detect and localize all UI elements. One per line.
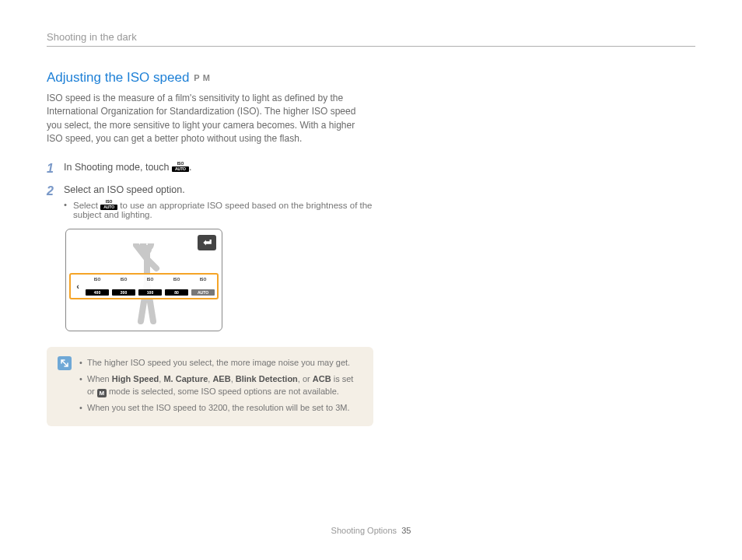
- mode-badge-m: M: [203, 73, 210, 82]
- step-2: 2 Select an ISO speed option. Select ISO…: [47, 184, 373, 219]
- svg-point-0: [142, 245, 152, 254]
- step-number: 1: [47, 162, 58, 176]
- back-arrow-icon: [201, 238, 212, 247]
- iso-auto-icon: ISOAUTO: [100, 200, 117, 210]
- mode-m-icon: M: [97, 389, 107, 397]
- intro-paragraph: ISO speed is the measure of a film's sen…: [47, 92, 373, 146]
- iso-option-strip[interactable]: ‹ ISO400 ISO200 ISO100 ISO80 ISOAUTO: [69, 273, 219, 299]
- iso-option[interactable]: ISO80: [164, 276, 189, 296]
- note-item: When High Speed, M. Capture, AEB, Blink …: [79, 373, 362, 398]
- step-2-sub: Select ISOAUTO to use an appropriate ISO…: [64, 200, 373, 219]
- step-1: 1 In Shooting mode, touch ISOAUTO.: [47, 162, 373, 176]
- step-1-text-before: In Shooting mode, touch: [64, 162, 172, 173]
- iso-option[interactable]: ISO400: [85, 276, 110, 296]
- step-number: 2: [47, 184, 58, 198]
- step-1-text-after: .: [189, 162, 191, 173]
- iso-auto-icon: ISOAUTO: [172, 162, 189, 172]
- scroll-left-button[interactable]: ‹: [72, 276, 83, 296]
- title-text: Adjusting the ISO speed: [47, 70, 189, 86]
- note-item: The higher ISO speed you select, the mor…: [79, 356, 362, 369]
- iso-option[interactable]: ISO100: [138, 276, 163, 296]
- page-footer: Shooting Options 35: [0, 526, 742, 535]
- step-2-text: Select an ISO speed option.: [64, 184, 185, 195]
- footer-page-number: 35: [401, 526, 411, 535]
- page-title: Adjusting the ISO speed P M: [47, 70, 373, 86]
- footer-section: Shooting Options: [331, 526, 397, 535]
- mode-badge-p: P: [194, 73, 199, 82]
- camera-ui-preview: ‹ ISO400 ISO200 ISO100 ISO80 ISOAUTO: [65, 229, 222, 331]
- note-icon: [58, 356, 72, 370]
- note-box: The higher ISO speed you select, the mor…: [47, 347, 373, 426]
- back-button[interactable]: [198, 235, 216, 250]
- breadcrumb: Shooting in the dark: [47, 31, 695, 47]
- iso-option-selected[interactable]: ISOAUTO: [191, 276, 215, 296]
- iso-option[interactable]: ISO200: [111, 276, 136, 296]
- note-item: When you set the ISO speed to 3200, the …: [79, 401, 362, 415]
